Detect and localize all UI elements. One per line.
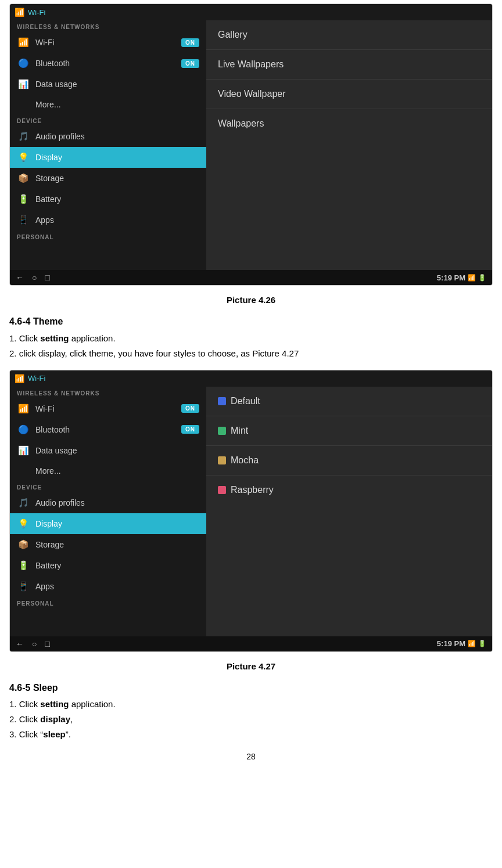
setting-apps-1[interactable]: 📱 Apps — [10, 210, 206, 230]
section-label-wireless-2: WIRELESS & NETWORKS — [10, 387, 206, 398]
setting-wifi-2[interactable]: 📶 Wi-Fi ON — [10, 398, 206, 419]
display-icon-2: 💡 — [17, 518, 30, 529]
section-464: 4.6-4 Theme 1. Click setting application… — [0, 309, 502, 366]
device-body-2: WIRELESS & NETWORKS 📶 Wi-Fi ON 🔵 Bluetoo… — [10, 387, 492, 636]
setting-data-usage-2[interactable]: 📊 Data usage — [10, 440, 206, 461]
section-465-step2: 2. Click display, — [9, 712, 493, 726]
bluetooth-label-1: Bluetooth — [35, 59, 181, 68]
sys-icons-1: 5:19 PM 📶 🔋 — [437, 273, 486, 282]
settings-panel-2: WIRELESS & NETWORKS 📶 Wi-Fi ON 🔵 Bluetoo… — [10, 387, 206, 636]
audio-icon-1: 🎵 — [17, 131, 30, 142]
bluetooth-icon-1: 🔵 — [17, 58, 30, 69]
setting-storage-1[interactable]: 📦 Storage — [10, 168, 206, 189]
setting-apps-2[interactable]: 📱 Apps — [10, 576, 206, 597]
setting-audio-2[interactable]: 🎵 Audio profiles — [10, 492, 206, 513]
audio-icon-2: 🎵 — [17, 498, 30, 508]
battery-icon-2: 🔋 — [17, 560, 30, 571]
setting-bluetooth-2[interactable]: 🔵 Bluetooth ON — [10, 419, 206, 440]
setting-battery-1[interactable]: 🔋 Battery — [10, 189, 206, 210]
section-464-heading: 4.6-4 Theme — [9, 314, 493, 329]
device-frame-2: 📶 Wi-Fi WIRELESS & NETWORKS 📶 Wi-Fi ON 🔵… — [9, 370, 493, 652]
display-label-1: Display — [35, 153, 199, 162]
section-465-heading: 4.6-5 Sleep — [9, 680, 493, 696]
status-time-2: 5:19 PM — [437, 639, 465, 648]
wifi-title-icon: 📶 — [15, 8, 24, 17]
wifi-title-icon-2: 📶 — [15, 374, 24, 383]
right-item-wallpapers[interactable]: Wallpapers — [206, 109, 492, 138]
bluetooth-toggle-1[interactable]: ON — [181, 59, 199, 68]
apps-label-1: Apps — [35, 215, 199, 225]
right-item-livewallpapers[interactable]: Live Wallpapers — [206, 50, 492, 80]
setting-storage-2[interactable]: 📦 Storage — [10, 534, 206, 555]
wifi-label-1: Wi-Fi — [35, 38, 181, 47]
nav-icons-2: ← ○ □ — [16, 639, 50, 649]
setting-data-usage-1[interactable]: 📊 Data usage — [10, 74, 206, 95]
data-usage-icon-1: 📊 — [17, 79, 30, 89]
device-body-1: WIRELESS & NETWORKS 📶 Wi-Fi ON 🔵 Bluetoo… — [10, 20, 492, 270]
audio-label-2: Audio profiles — [35, 498, 199, 507]
bluetooth-label-2: Bluetooth — [35, 425, 181, 434]
caption-2: Picture 4.27 — [0, 655, 502, 676]
bluetooth-toggle-2[interactable]: ON — [181, 425, 199, 434]
setting-audio-1[interactable]: 🎵 Audio profiles — [10, 126, 206, 147]
title-bar-2: 📶 Wi-Fi — [10, 370, 492, 387]
recent-icon-1[interactable]: □ — [45, 273, 49, 282]
apps-icon-1: 📱 — [17, 215, 30, 225]
right-item-videowallpaper[interactable]: Video Wallpaper — [206, 80, 492, 109]
storage-icon-1: 📦 — [17, 173, 30, 183]
data-usage-icon-2: 📊 — [17, 445, 30, 456]
home-icon-2[interactable]: ○ — [32, 639, 37, 649]
section-464-step2: 2. click display, click theme, you have … — [9, 347, 493, 361]
nav-icons-1: ← ○ □ — [16, 273, 50, 282]
setting-bluetooth-1[interactable]: 🔵 Bluetooth ON — [10, 53, 206, 74]
sys-icons-2: 5:19 PM 📶 🔋 — [437, 639, 486, 648]
home-icon-1[interactable]: ○ — [32, 273, 37, 282]
storage-icon-2: 📦 — [17, 539, 30, 550]
right-panel-2: Default Mint Mocha Raspberry — [206, 387, 492, 636]
wifi-toggle-2[interactable]: ON — [181, 404, 199, 413]
setting-wifi-1[interactable]: 📶 Wi-Fi ON — [10, 32, 206, 53]
recent-icon-2[interactable]: □ — [45, 639, 49, 649]
back-icon-2[interactable]: ← — [16, 639, 24, 649]
setting-more-2[interactable]: More... — [10, 461, 206, 481]
theme-mint-label: Mint — [231, 426, 248, 436]
storage-label-2: Storage — [35, 540, 199, 549]
section-label-personal-1: PERSONAL — [10, 230, 206, 242]
display-label-2: Display — [35, 519, 199, 528]
title-label-1: Wi-Fi — [28, 8, 45, 17]
data-usage-label-2: Data usage — [35, 446, 199, 455]
theme-mint[interactable]: Mint — [206, 416, 492, 446]
setting-battery-2[interactable]: 🔋 Battery — [10, 555, 206, 576]
data-usage-label-1: Data usage — [35, 80, 199, 89]
battery-status-icon-1: 🔋 — [478, 274, 486, 282]
section-465: 4.6-5 Sleep 1. Click setting application… — [0, 676, 502, 748]
settings-panel-1: WIRELESS & NETWORKS 📶 Wi-Fi ON 🔵 Bluetoo… — [10, 20, 206, 270]
setting-more-1[interactable]: More... — [10, 95, 206, 114]
apps-label-2: Apps — [35, 582, 199, 591]
theme-mocha[interactable]: Mocha — [206, 446, 492, 476]
section-label-personal-2: PERSONAL — [10, 597, 206, 608]
theme-raspberry[interactable]: Raspberry — [206, 476, 492, 505]
section-464-step1: 1. Click setting application. — [9, 332, 493, 345]
wifi-icon-1: 📶 — [17, 37, 30, 48]
section-label-wireless: WIRELESS & NETWORKS — [10, 20, 206, 32]
setting-display-1[interactable]: 💡 Display — [10, 147, 206, 168]
more-label-2: More... — [35, 466, 199, 476]
right-item-gallery[interactable]: Gallery — [206, 20, 492, 50]
title-label-2: Wi-Fi — [28, 374, 45, 383]
status-bar-1: ← ○ □ 5:19 PM 📶 🔋 — [10, 270, 492, 285]
wifi-toggle-1[interactable]: ON — [181, 38, 199, 47]
storage-label-1: Storage — [35, 174, 199, 183]
section-465-step1: 1. Click setting application. — [9, 697, 493, 711]
battery-label-1: Battery — [35, 195, 199, 204]
wifi-icon-2: 📶 — [17, 404, 30, 414]
caption-1: Picture 4.26 — [0, 289, 502, 309]
battery-icon-1: 🔋 — [17, 194, 30, 204]
status-bar-2: ← ○ □ 5:19 PM 📶 🔋 — [10, 636, 492, 651]
back-icon-1[interactable]: ← — [16, 273, 24, 282]
signal-icon-1: 📶 — [468, 274, 476, 282]
swatch-mint — [218, 427, 226, 435]
signal-icon-2: 📶 — [468, 640, 476, 647]
setting-display-2[interactable]: 💡 Display — [10, 513, 206, 534]
theme-default[interactable]: Default — [206, 387, 492, 416]
